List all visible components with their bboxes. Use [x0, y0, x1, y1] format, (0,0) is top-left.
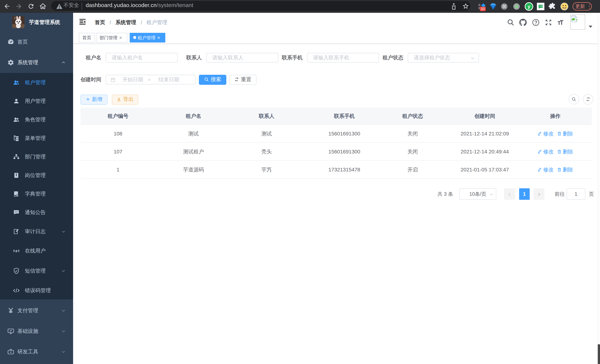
svg-text:⌘: ⌘: [502, 4, 507, 9]
svg-text:y: y: [528, 4, 530, 9]
